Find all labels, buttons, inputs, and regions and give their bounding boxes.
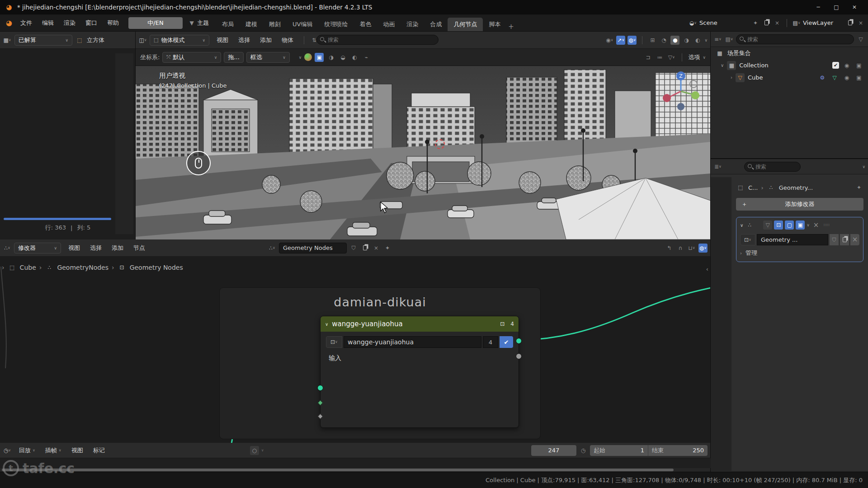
shading-wireframe-icon[interactable]: ◔ xyxy=(659,36,668,45)
visibility-icon[interactable]: ◉∨ xyxy=(605,36,614,45)
workspace-tab[interactable]: 着色 xyxy=(354,18,377,31)
timeline-ruler[interactable] xyxy=(0,458,711,468)
show-render-icon[interactable]: ▣ xyxy=(796,221,805,230)
layers-icon[interactable]: ≔ xyxy=(655,53,664,62)
brush-icon[interactable]: ⌁ xyxy=(362,53,371,62)
node-id-icon[interactable]: ⊡∨ xyxy=(326,336,342,348)
properties-editor-type-icon[interactable]: ≣∨ xyxy=(713,162,722,171)
workspace-tab[interactable]: 布局 xyxy=(216,18,240,31)
theme-label[interactable]: 主题 xyxy=(197,19,209,27)
workspace-tab[interactable]: 脚本 xyxy=(483,18,506,31)
output-socket-selection[interactable] xyxy=(516,338,522,344)
workspace-tab[interactable]: 动画 xyxy=(377,18,401,31)
mask-toggle-icon[interactable]: ▣ xyxy=(315,53,324,62)
hide-eye-icon[interactable]: ◉ xyxy=(842,73,851,82)
modifier-node-group-name[interactable]: Geometry ... xyxy=(757,234,828,245)
panel-collapse-right-icon[interactable]: ‹ xyxy=(706,266,708,272)
properties-search-input[interactable] xyxy=(744,162,801,172)
frame-start-field[interactable]: 起始1 xyxy=(590,445,648,456)
sphere-option-3-icon[interactable]: ◐ xyxy=(350,53,359,62)
expand-icon[interactable]: ∨ xyxy=(721,63,724,68)
auto-keying-icon[interactable]: ○ xyxy=(250,446,259,455)
disable-render-camera-icon[interactable]: ▣ xyxy=(854,61,863,70)
collection-checkbox[interactable]: ✔ xyxy=(832,62,839,69)
select-mode-dropdown[interactable]: 框选∨ xyxy=(246,52,290,63)
output-socket-min[interactable] xyxy=(516,353,522,359)
workspace-tab[interactable]: 合成 xyxy=(424,18,448,31)
viewport-editor-type-icon[interactable]: ◫∨ xyxy=(138,36,147,45)
current-frame-field[interactable]: 247 xyxy=(531,445,576,456)
copy-view-layer-icon[interactable] xyxy=(845,19,854,28)
node-editor-type-icon[interactable]: ∴∨ xyxy=(3,244,12,253)
workspace-tab[interactable]: UV编辑 xyxy=(287,18,318,31)
node-editor-menu[interactable]: 选择 xyxy=(85,242,107,254)
timeline-menu[interactable]: 标记 xyxy=(88,445,110,456)
dataset-dropdown[interactable]: 已解算∨ xyxy=(14,35,72,46)
node-snap-icon[interactable]: ∩ xyxy=(676,244,685,253)
outliner-display-mode-icon[interactable]: ≡∨ xyxy=(713,35,722,44)
outliner-filter-mode-icon[interactable]: ▤∨ xyxy=(725,35,734,44)
theme-collapse-icon[interactable]: ▼ xyxy=(187,19,196,28)
timeline-editor-type-icon[interactable]: ◷∨ xyxy=(3,446,12,455)
viewport-menu[interactable]: 视图 xyxy=(212,34,233,46)
outliner-cube-row[interactable]: › ▽ Cube ⚙ ▽ ◉ ▣ xyxy=(711,71,868,84)
properties-breadcrumb-modifier[interactable]: Geometry... xyxy=(779,184,813,191)
workspace-tab[interactable]: 渲染 xyxy=(401,18,424,31)
scene-icon[interactable]: ◒∨ xyxy=(689,19,698,28)
shading-rendered-icon[interactable]: ◐ xyxy=(693,36,702,45)
pin-id-icon[interactable]: ✦ xyxy=(854,183,863,192)
unlink-node-group-icon[interactable]: × xyxy=(372,244,381,253)
pin-scene-icon[interactable]: ✦ xyxy=(751,19,760,28)
workspace-tab[interactable]: 建模 xyxy=(240,18,263,31)
fake-user-shield-icon[interactable]: ⛉ xyxy=(830,234,839,245)
drag-handle-icon[interactable]: ∷∷ xyxy=(822,221,831,230)
breadcrumb-group[interactable]: Geometry Nodes xyxy=(130,264,183,271)
expand-icon[interactable]: › xyxy=(731,75,732,80)
mode-dropdown[interactable]: ⬚物体模式∨ xyxy=(150,35,209,46)
sphere-option-1-icon[interactable]: ◑ xyxy=(326,53,335,62)
show-edit-icon[interactable]: ⊡ xyxy=(774,221,783,230)
menubar-menu[interactable]: 编辑 xyxy=(37,17,59,29)
breadcrumb-tree[interactable]: GeometryNodes xyxy=(57,264,108,271)
hide-eye-icon[interactable]: ◉ xyxy=(842,61,851,70)
node-group-id-icon[interactable]: ⊡∨ xyxy=(740,234,755,245)
workspace-tab[interactable]: 雕刻 xyxy=(263,18,287,31)
node-tree-type-dropdown[interactable]: 修改器∨ xyxy=(14,243,61,253)
panel-dropdown-icon[interactable]: ∨ xyxy=(807,223,810,227)
coord-system-dropdown[interactable]: ⤱默认∨ xyxy=(162,52,221,63)
timeline-menu[interactable]: 插帧 ∨ xyxy=(40,445,66,456)
input-socket-geometry[interactable] xyxy=(317,385,323,391)
maximize-button[interactable]: □ xyxy=(827,3,845,12)
viewport-menu[interactable]: 添加 xyxy=(255,34,277,46)
node-editor-menu[interactable]: 视图 xyxy=(63,242,85,254)
scene-name[interactable]: Scene xyxy=(699,19,749,26)
show-gizmo-icon[interactable]: ↗∨ xyxy=(616,36,625,45)
bookmark-icon[interactable]: ⊐ xyxy=(643,53,652,62)
properties-breadcrumb-object[interactable]: C... xyxy=(748,184,758,191)
outliner-funnel-icon[interactable]: ▽ xyxy=(856,35,865,44)
outliner-collection-row[interactable]: ∨ ▦ Collection ✔ ◉ ▣ xyxy=(711,59,868,71)
add-workspace-button[interactable]: + xyxy=(506,22,515,31)
panel-collapse-icon[interactable]: ∨ xyxy=(740,223,743,228)
properties-options-icon[interactable]: ∨ xyxy=(862,164,865,169)
outliner-scene-collection-row[interactable]: ▦ 场景集合 xyxy=(711,47,868,59)
manage-label[interactable]: 管理 xyxy=(745,249,757,257)
timeline-menu[interactable]: 回放 ∨ xyxy=(14,445,40,456)
axis-gizmo[interactable]: Z xyxy=(659,70,703,113)
unlink-scene-icon[interactable]: × xyxy=(773,19,782,28)
fake-user-toggle[interactable]: ✔ xyxy=(500,336,513,348)
viewport-menu[interactable]: 物体 xyxy=(277,34,298,46)
shading-material-icon[interactable]: ◑ xyxy=(682,36,691,45)
spreadsheet-scrollbar[interactable] xyxy=(4,218,111,220)
view-layer-name[interactable]: ViewLayer xyxy=(803,19,844,26)
unlink-icon[interactable]: × xyxy=(850,234,859,245)
group-node-header[interactable]: ∨ wangge-yuanjiaohua ⊡ 4 xyxy=(321,316,519,332)
node-group-name[interactable]: Geometry Nodes xyxy=(279,243,347,253)
breadcrumb-object[interactable]: Cube xyxy=(20,264,36,271)
node-editor-menu[interactable]: 添加 xyxy=(107,242,128,254)
language-toggle-button[interactable]: 中/EN xyxy=(128,17,183,29)
parent-tree-icon[interactable]: ↰ xyxy=(665,244,674,253)
viewport-scene[interactable]: 用户透视 (247) Collection | Cube Z xyxy=(136,66,711,239)
manage-expand-icon[interactable]: › xyxy=(740,251,742,256)
minimize-button[interactable]: ─ xyxy=(809,3,827,12)
